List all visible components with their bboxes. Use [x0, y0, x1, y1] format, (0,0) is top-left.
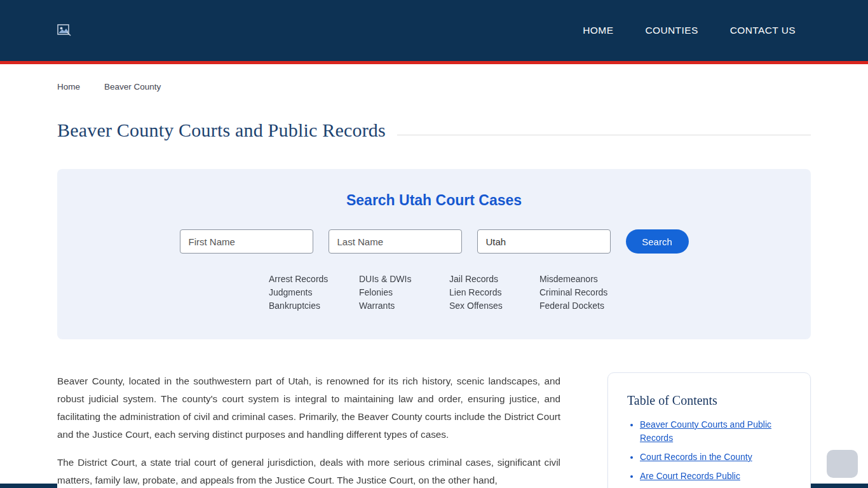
first-name-input[interactable] [180, 229, 313, 254]
record-type: Sex Offenses [449, 299, 539, 313]
nav-home[interactable]: HOME [583, 25, 613, 36]
record-type: Bankruptcies [269, 299, 359, 313]
record-column-1: Arrest Records Judgments Bankruptcies [269, 273, 359, 313]
nav-contact-us[interactable]: CONTACT US [730, 25, 796, 36]
record-type: Federal Dockets [539, 299, 630, 313]
main-content: Home Beaver County Beaver County Courts … [57, 64, 811, 488]
last-name-input[interactable] [329, 229, 462, 254]
paragraph-1: Beaver County, located in the southweste… [57, 372, 560, 444]
title-divider [397, 135, 811, 135]
toc-item: Beaver County Courts and Public Records [640, 418, 791, 445]
main-nav: HOME COUNTIES CONTACT US [583, 25, 868, 36]
search-panel-title: Search Utah Court Cases [57, 192, 811, 209]
toc-link-court-records-in-county[interactable]: Court Records in the County [640, 452, 752, 462]
record-type: Misdemeanors [539, 273, 630, 286]
title-row: Beaver County Courts and Public Records [57, 119, 811, 141]
page-title: Beaver County Courts and Public Records [57, 119, 386, 141]
record-types-grid: Arrest Records Judgments Bankruptcies DU… [57, 273, 811, 313]
record-type: Judgments [269, 286, 359, 299]
toc-link-courts-and-public-records[interactable]: Beaver County Courts and Public Records [640, 419, 771, 443]
toc-item: Are Court Records Public [640, 470, 791, 483]
record-type: Warrants [359, 299, 449, 313]
article-body: Beaver County, located in the southweste… [57, 372, 560, 488]
toc-link-are-court-records-public[interactable]: Are Court Records Public [640, 471, 740, 481]
toc-item: Court Records in the County [640, 451, 791, 464]
nav-counties[interactable]: COUNTIES [645, 25, 698, 36]
record-type: Felonies [359, 286, 449, 299]
record-type: Lien Records [449, 286, 539, 299]
state-input[interactable] [477, 229, 611, 254]
broken-image-logo-icon[interactable] [57, 24, 71, 37]
record-type: Arrest Records [269, 273, 359, 286]
content-row: Beaver County, located in the southweste… [57, 372, 811, 488]
toc-list: Beaver County Courts and Public Records … [627, 418, 791, 483]
search-button[interactable]: Search [626, 229, 689, 254]
breadcrumb-beaver-county[interactable]: Beaver County [104, 82, 161, 92]
breadcrumb-home[interactable]: Home [57, 82, 80, 92]
breadcrumb: Home Beaver County [57, 64, 811, 92]
record-type: Criminal Records [539, 286, 630, 299]
back-to-top-button[interactable] [827, 450, 858, 478]
toc-title: Table of Contents [627, 393, 791, 408]
record-type: DUIs & DWIs [359, 273, 449, 286]
table-of-contents-card: Table of Contents Beaver County Courts a… [607, 372, 811, 488]
search-panel: Search Utah Court Cases Search Arrest Re… [57, 169, 811, 339]
paragraph-2: The District Court, a state trial court … [57, 454, 560, 488]
site-header: HOME COUNTIES CONTACT US [0, 0, 868, 64]
record-column-4: Misdemeanors Criminal Records Federal Do… [539, 273, 630, 313]
search-form: Search [57, 229, 811, 254]
record-column-3: Jail Records Lien Records Sex Offenses [449, 273, 539, 313]
record-column-2: DUIs & DWIs Felonies Warrants [359, 273, 449, 313]
record-type: Jail Records [449, 273, 539, 286]
